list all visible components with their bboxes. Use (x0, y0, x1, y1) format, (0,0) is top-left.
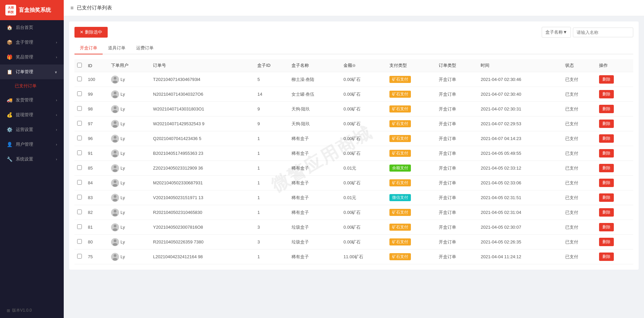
cell-box-id: 1 (255, 161, 288, 176)
avatar (111, 76, 119, 84)
delete-row-button[interactable]: 删除 (599, 120, 614, 128)
menu-toggle-icon[interactable]: ≡ (70, 5, 73, 11)
delete-row-button[interactable]: 删除 (599, 179, 614, 187)
cell-box-name: 稀有盒子 (289, 161, 341, 176)
ops-icon: ⚙️ (7, 127, 12, 132)
delete-row-button[interactable]: 删除 (599, 253, 614, 261)
sidebar-item-order-mgmt[interactable]: 📋 订单管理 ∨ (0, 64, 64, 79)
user-name: Ly (120, 254, 125, 259)
svg-point-13 (113, 169, 117, 172)
row-checkbox[interactable] (77, 165, 82, 170)
delete-selected-button[interactable]: ✕ 删除选中 (74, 27, 108, 38)
row-checkbox-cell (74, 190, 85, 205)
row-checkbox-cell (74, 205, 85, 220)
row-checkbox[interactable] (77, 210, 82, 214)
cell-box-id: 1 (255, 176, 288, 190)
sidebar-item-box-mgmt[interactable]: 📦 盒子管理 › (0, 35, 64, 50)
delete-row-button[interactable]: 删除 (599, 223, 614, 231)
svg-point-24 (114, 254, 116, 257)
cell-box-name: 稀有盒子 (289, 131, 341, 146)
sidebar-item-prize-mgmt[interactable]: 🎁 奖品管理 › (0, 50, 64, 64)
search-input[interactable] (573, 28, 633, 37)
delete-row-button[interactable]: 删除 (599, 105, 614, 113)
col-box-id: 盒子ID (255, 59, 288, 72)
box-name-select[interactable]: 盒子名称▼ (542, 27, 571, 38)
cell-id: 100 (85, 72, 108, 87)
svg-point-16 (114, 195, 116, 198)
delivery-icon: 🚚 (7, 97, 12, 103)
table-row: 84 Ly M2021040502330687931 1 稀有盒子 0.00矿石… (74, 176, 633, 190)
row-checkbox[interactable] (77, 136, 82, 140)
sidebar-item-withdraw-mgmt[interactable]: 💰 提现管理 › (0, 107, 64, 122)
table-row: 82 Ly R2021040502310465830 1 稀有盒子 0.00矿石… (74, 205, 633, 220)
cell-order-no: Q20210407041423436 5 (150, 131, 255, 146)
user-name: Ly (120, 210, 125, 215)
sidebar-item-home[interactable]: 🏠 后台首页 (0, 20, 64, 35)
row-checkbox[interactable] (77, 254, 82, 259)
row-checkbox[interactable] (77, 106, 82, 111)
cell-pay-type: 微信支付 (387, 190, 436, 205)
cell-order-no: R202104050226359 7380 (150, 235, 255, 249)
cell-order-no: W202104071429532543 9 (150, 117, 255, 131)
sidebar-item-user-mgmt[interactable]: 👤 用户管理 › (0, 137, 64, 152)
delete-row-button[interactable]: 删除 (599, 208, 614, 217)
avatar (111, 135, 119, 143)
tab-shipping[interactable]: 运费订单 (131, 42, 159, 54)
tab-open-box[interactable]: 开盒订单 (74, 42, 103, 54)
table-row: 97 Ly W202104071429532543 9 9 天狗·陆玖 0.00… (74, 117, 633, 131)
svg-point-10 (114, 151, 116, 153)
table-row: 83 Ly V20210405023151971 13 1 稀有盒子 0.01元… (74, 190, 633, 205)
cell-order-no: B20210405174955363 23 (150, 146, 255, 161)
withdraw-icon: 💰 (7, 112, 12, 118)
delete-row-button[interactable]: 删除 (599, 90, 614, 98)
row-checkbox[interactable] (77, 77, 82, 81)
delete-row-button[interactable]: 删除 (599, 193, 614, 202)
delete-row-button[interactable]: 删除 (599, 238, 614, 246)
cell-box-id: 3 (255, 235, 288, 249)
cell-pay-type: 矿石支付 (387, 72, 436, 87)
col-box-name: 盒子名称 (289, 59, 341, 72)
row-checkbox[interactable] (77, 195, 82, 199)
row-checkbox[interactable] (77, 180, 82, 185)
pay-type-badge: 矿石支付 (389, 253, 411, 260)
sidebar-item-ops-settings[interactable]: ⚙️ 运营设置 › (0, 122, 64, 137)
avatar (111, 105, 119, 113)
row-checkbox[interactable] (77, 150, 82, 155)
cell-amount: 0.01元 (341, 190, 387, 205)
delete-row-button[interactable]: 删除 (599, 75, 614, 84)
svg-point-6 (114, 121, 116, 124)
cell-status: 已支付 (562, 190, 596, 205)
select-all-checkbox[interactable] (77, 63, 82, 67)
delete-row-button[interactable]: 删除 (599, 134, 614, 143)
row-checkbox[interactable] (77, 91, 82, 96)
cell-order-no: L20210404232412164 98 (150, 249, 255, 264)
status-badge: 已支付 (565, 225, 578, 230)
delete-row-button[interactable]: 删除 (599, 149, 614, 157)
cell-amount: 0.01元 (341, 161, 387, 176)
cell-status: 已支付 (562, 205, 596, 220)
sidebar-item-delivery-mgmt[interactable]: 🚚 发货管理 › (0, 93, 64, 107)
tab-prop[interactable]: 道具订单 (103, 42, 131, 54)
logo-text: 大用科技 (8, 6, 14, 14)
cell-status: 已支付 (562, 176, 596, 190)
sidebar-item-label: 订单管理 (16, 69, 33, 75)
sidebar-item-paid-orders[interactable]: 已支付订单 (0, 79, 64, 93)
row-checkbox[interactable] (77, 239, 82, 244)
status-badge: 已支付 (565, 77, 578, 82)
cell-user: Ly (108, 131, 150, 146)
cell-order-type: 开盒订单 (436, 146, 478, 161)
svg-point-14 (114, 180, 116, 183)
sidebar-item-sys-settings[interactable]: 🔧 系统设置 › (0, 152, 64, 167)
content-area: ✕ 删除选中 盒子名称▼ 开盒订单 道具订单 运费订单 (64, 16, 644, 318)
cell-user: Ly (108, 87, 150, 102)
cell-id: 81 (85, 220, 108, 235)
cell-box-id: 3 (255, 220, 288, 235)
row-checkbox[interactable] (77, 224, 82, 229)
cell-order-type: 开盒订单 (436, 131, 478, 146)
cell-action: 删除 (596, 102, 633, 117)
delete-row-button[interactable]: 删除 (599, 164, 614, 172)
row-checkbox-cell (74, 72, 85, 87)
cell-status: 已支付 (562, 87, 596, 102)
row-checkbox[interactable] (77, 121, 82, 126)
cell-box-name: 稀有盒子 (289, 249, 341, 264)
